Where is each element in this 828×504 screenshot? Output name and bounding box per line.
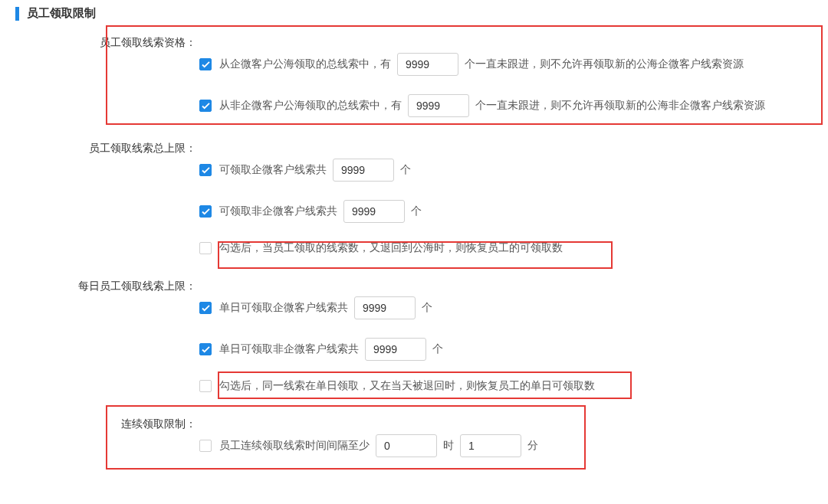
total-limit-checkbox-1[interactable] <box>199 164 212 176</box>
daily-limit-group: 每日员工领取线索上限： 单日可领取企微客户线索共 个 单日可领取非企微客户线索共… <box>15 277 813 411</box>
row-text: 可领取企微客户线索共 <box>219 163 327 177</box>
total-limit-group: 员工领取线索总上限： 可领取企微客户线索共 个 可领取非企微客户线索共 个 <box>15 139 813 273</box>
row-text: 单日可领取企微客户线索共 <box>219 301 348 315</box>
row-text: 可领取非企微客户线索共 <box>219 205 337 218</box>
row-text: 勾选后，当员工领取的线索数，又退回到公海时，则恢复员工的可领取数 <box>219 241 563 255</box>
row-text: 从非企微客户公海领取的总线索中，有 <box>219 99 402 113</box>
row-text: 个一直未跟进，则不允许再领取新的公海企微客户线索资源 <box>465 57 744 71</box>
row-text: 勾选后，同一线索在单日领取，又在当天被退回时，则恢复员工的单日可领取数 <box>219 379 595 393</box>
daily-limit-input-2[interactable] <box>365 338 426 361</box>
check-icon <box>202 305 210 312</box>
check-icon <box>202 167 210 174</box>
total-limit-row-2: 可领取非企微客户线索共 个 <box>199 200 813 223</box>
total-limit-input-2[interactable] <box>343 200 405 223</box>
row-text: 从企微客户公海领取的总线索中，有 <box>219 57 391 71</box>
row-text: 时 <box>443 439 454 453</box>
qualification-checkbox-1[interactable] <box>199 58 212 70</box>
continuous-group: 连续领取限制： 员工连续领取线索时间间隔至少 时 分 <box>15 414 813 476</box>
blue-bar-icon <box>15 7 19 21</box>
daily-limit-input-1[interactable] <box>354 296 416 319</box>
check-icon <box>202 208 210 215</box>
row-text: 分 <box>527 439 538 453</box>
qualification-checkbox-2[interactable] <box>199 100 212 112</box>
row-text: 个 <box>432 342 443 356</box>
check-icon <box>202 61 210 68</box>
form-area: 员工领取线索资格： 从企微客户公海领取的总线索中，有 个一直未跟进，则不允许再领… <box>15 33 813 476</box>
total-limit-label: 员工领取线索总上限： <box>15 139 199 273</box>
total-limit-row-3: 勾选后，当员工领取的线索数，又退回到公海时，则恢复员工的可领取数 <box>199 241 813 255</box>
qualification-input-1[interactable] <box>397 53 458 76</box>
qualification-group: 员工领取线索资格： 从企微客户公海领取的总线索中，有 个一直未跟进，则不允许再领… <box>15 33 813 136</box>
continuous-label: 连续领取限制： <box>15 414 199 476</box>
section-header: 员工领取限制 <box>15 6 813 21</box>
daily-limit-checkbox-3[interactable] <box>199 380 212 392</box>
row-text: 个一直未跟进，则不允许再领取新的公海非企微客户线索资源 <box>475 99 765 113</box>
total-limit-checkbox-2[interactable] <box>199 205 212 218</box>
continuous-row-1: 员工连续领取线索时间间隔至少 时 分 <box>199 434 813 457</box>
row-text: 员工连续领取线索时间间隔至少 <box>219 439 370 453</box>
check-icon <box>202 346 210 353</box>
qualification-row-1: 从企微客户公海领取的总线索中，有 个一直未跟进，则不允许再领取新的公海企微客户线… <box>199 53 813 76</box>
daily-limit-checkbox-2[interactable] <box>199 343 212 355</box>
daily-limit-row-1: 单日可领取企微客户线索共 个 <box>199 296 813 319</box>
qualification-label: 员工领取线索资格： <box>15 33 199 136</box>
qualification-row-2: 从非企微客户公海领取的总线索中，有 个一直未跟进，则不允许再领取新的公海非企微客… <box>199 94 813 117</box>
daily-limit-row-2: 单日可领取非企微客户线索共 个 <box>199 338 813 361</box>
total-limit-row-1: 可领取企微客户线索共 个 <box>199 159 813 182</box>
row-text: 个 <box>411 205 422 218</box>
daily-limit-row-3: 勾选后，同一线索在单日领取，又在当天被退回时，则恢复员工的单日可领取数 <box>199 379 813 393</box>
total-limit-checkbox-3[interactable] <box>199 242 212 254</box>
section-title: 员工领取限制 <box>27 6 96 21</box>
row-text: 单日可领取非企微客户线索共 <box>219 342 359 356</box>
daily-limit-label: 每日员工领取线索上限： <box>15 277 199 411</box>
check-icon <box>202 103 210 110</box>
qualification-input-2[interactable] <box>408 94 469 117</box>
row-text: 个 <box>400 163 411 177</box>
continuous-hours-input[interactable] <box>376 434 437 457</box>
total-limit-input-1[interactable] <box>333 159 394 182</box>
row-text: 个 <box>422 301 432 315</box>
continuous-minutes-input[interactable] <box>460 434 521 457</box>
daily-limit-checkbox-1[interactable] <box>199 302 212 314</box>
continuous-checkbox-1[interactable] <box>199 440 212 452</box>
